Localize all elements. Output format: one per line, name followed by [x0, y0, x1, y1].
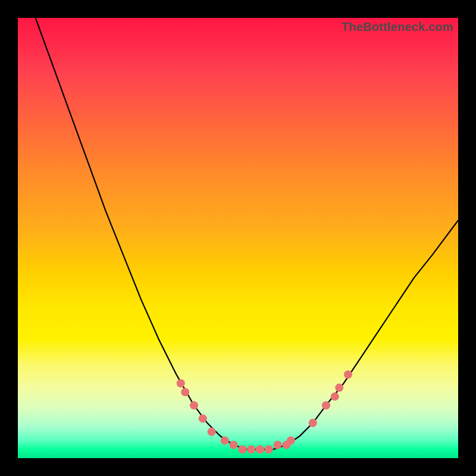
highlight-dot — [247, 445, 255, 453]
bottleneck-curve-line — [36, 18, 458, 449]
highlight-dot — [221, 436, 229, 444]
chart-outer-frame: TheBottleneck.com — [0, 0, 476, 476]
chart-plot-area: TheBottleneck.com — [18, 18, 458, 458]
highlight-dot — [344, 370, 352, 378]
highlight-dot — [274, 441, 282, 449]
highlight-dot — [181, 388, 189, 396]
highlight-dots-group — [177, 370, 352, 453]
highlight-dot — [322, 401, 330, 409]
highlight-dot — [208, 428, 216, 436]
highlight-dot — [309, 419, 317, 427]
highlight-dot — [177, 379, 185, 387]
highlight-dot — [256, 445, 264, 453]
chart-svg — [18, 18, 458, 458]
highlight-dot — [265, 445, 273, 453]
highlight-dot — [230, 441, 238, 449]
highlight-dot — [238, 445, 246, 453]
highlight-dot — [335, 384, 343, 392]
highlight-dot — [199, 414, 207, 422]
highlight-dot — [331, 392, 339, 400]
highlight-dot — [287, 436, 295, 444]
highlight-dot — [190, 401, 198, 409]
